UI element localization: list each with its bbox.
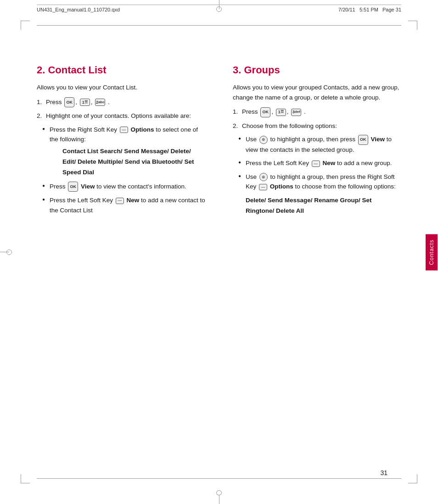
crosshair-left [0, 248, 14, 257]
page-number: 31 [380, 469, 387, 476]
section3-bullet2: Press the Left Soft Key — New to add a n… [238, 158, 401, 168]
section2-step1: 1. Press OK, 1☰, 2abc . [37, 97, 205, 107]
icon-key1-2: 1☰ [276, 109, 286, 116]
section2-intro: Allows you to view your Contact List. [37, 83, 205, 93]
section3-bullets: Use ⊕ to highlight a group, then press O… [238, 134, 401, 192]
icon-ok-1: OK [64, 97, 74, 107]
right-column: 3. Groups Allows you to view your groupe… [219, 37, 401, 467]
section3-bold-options: Delete/ Send Message/ Rename Group/ Set … [246, 195, 401, 216]
section2-bullet3: Press the Left Soft Key — New to add a n… [42, 195, 205, 215]
sidebar-label: Contacts [425, 234, 438, 270]
divider-top [37, 25, 401, 26]
header-datetime: 7/20/11 5:51 PM Page 31 [338, 7, 401, 12]
section2-step2: 2. Highlight one of your contacts. Optio… [37, 111, 205, 121]
section2-bullet2: Press OK View to view the contact's info… [42, 182, 205, 192]
section2-bullet1: Press the Right Soft Key — Options to se… [42, 125, 205, 178]
section3-step2: 2. Choose from the following options: [233, 121, 401, 131]
header-bar: UN431_Eng_manual1.0_110720.qxd 7/20/11 5… [37, 5, 401, 12]
section2-bold-options: Contact List Search/ Send Message/ Delet… [62, 146, 205, 178]
icon-softkey-right-1: — [120, 127, 128, 133]
divider-bottom [37, 478, 401, 479]
icon-key1: 1☰ [80, 99, 90, 106]
icon-key3def: 3def [291, 109, 301, 116]
reg-mark-tl [21, 21, 30, 30]
crosshair-bottom-circle [216, 490, 222, 495]
section2-bullets: Press the Right Soft Key — Options to se… [42, 125, 205, 216]
icon-ok-2: OK [68, 182, 78, 192]
content-area: 2. Contact List Allows you to view your … [37, 37, 401, 467]
section3-step1: 1. Press OK, 1☰, 3def . [233, 107, 401, 117]
icon-softkey-left-1: — [116, 198, 124, 204]
section3-bullet1: Use ⊕ to highlight a group, then press O… [238, 134, 401, 155]
section2-bullet1-text: Press the Right Soft Key — Options to se… [50, 126, 198, 143]
left-column: 2. Contact List Allows you to view your … [37, 37, 219, 467]
section3-bullet3: Use ⊕ to highlight a group, then press t… [238, 172, 401, 192]
reg-mark-tr [408, 21, 417, 30]
crosshair-bottom [214, 490, 224, 504]
icon-ok-3: OK [260, 107, 270, 117]
icon-nav-1: ⊕ [259, 136, 268, 144]
section3-title: 3. Groups [233, 64, 401, 76]
reg-mark-br [408, 474, 417, 483]
sidebar-label-text: Contacts [426, 234, 438, 270]
reg-mark-bl [21, 474, 30, 483]
header-filename: UN431_Eng_manual1.0_110720.qxd [37, 7, 120, 12]
icon-key2abc: 2abc [95, 99, 105, 106]
crosshair-left-circle [6, 249, 12, 255]
section3-intro: Allows you to view your grouped Contacts… [233, 83, 401, 102]
icon-softkey-left-2: — [312, 161, 320, 167]
section2-title: 2. Contact List [37, 64, 205, 76]
icon-softkey-right-2: — [259, 184, 267, 190]
icon-ok-4: OK [358, 135, 368, 145]
icon-nav-2: ⊕ [259, 173, 268, 181]
